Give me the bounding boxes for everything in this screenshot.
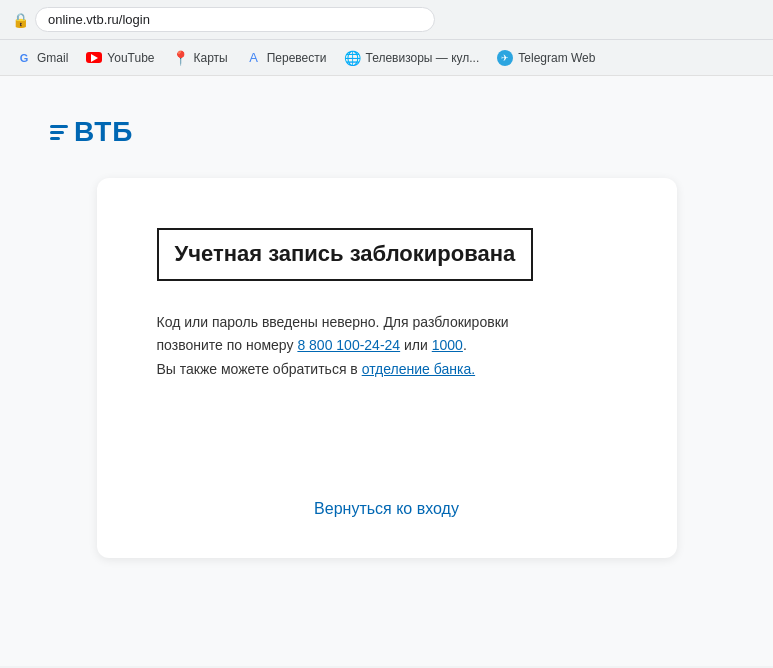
body-text-line3: Вы также можете обратиться в bbox=[157, 361, 362, 377]
vtb-logo-area: ВТБ bbox=[20, 96, 753, 168]
body-or: или bbox=[400, 337, 432, 353]
vtb-logo: ВТБ bbox=[50, 116, 133, 148]
gmail-favicon: G bbox=[16, 50, 32, 66]
body-text-line1: Код или пароль введены неверно. Для разб… bbox=[157, 314, 509, 330]
maps-pin-icon: 📍 bbox=[172, 50, 189, 66]
translate-favicon: A bbox=[246, 50, 262, 66]
back-link-area: Вернуться ко входу bbox=[157, 470, 617, 518]
branch-link[interactable]: отделение банка. bbox=[362, 361, 475, 377]
youtube-icon bbox=[86, 52, 102, 63]
phone1-link[interactable]: 8 800 100-24-24 bbox=[297, 337, 400, 353]
main-card: Учетная запись заблокирована Код или пар… bbox=[97, 178, 677, 558]
bookmark-telegram-label: Telegram Web bbox=[518, 51, 595, 65]
bookmark-tvs-label: Телевизоры — кул... bbox=[365, 51, 479, 65]
bookmark-tvs[interactable]: 🌐 Телевизоры — кул... bbox=[336, 46, 487, 70]
bookmark-translate[interactable]: A Перевести bbox=[238, 46, 335, 70]
card-body: Код или пароль введены неверно. Для разб… bbox=[157, 311, 617, 382]
vtb-stripe-icon bbox=[50, 125, 68, 140]
bookmark-gmail-label: Gmail bbox=[37, 51, 68, 65]
maps-favicon: 📍 bbox=[173, 50, 189, 66]
lock-icon: 🔒 bbox=[12, 12, 29, 28]
vtb-line-1 bbox=[50, 125, 68, 128]
body-text-line2: позвоните по номеру bbox=[157, 337, 298, 353]
bookmark-translate-label: Перевести bbox=[267, 51, 327, 65]
bookmark-youtube[interactable]: YouTube bbox=[78, 46, 162, 70]
url-field[interactable]: online.vtb.ru/login bbox=[35, 7, 435, 32]
vtb-logo-text: ВТБ bbox=[74, 116, 133, 148]
bookmarks-bar: G Gmail YouTube 📍 Карты A Перевес bbox=[0, 40, 773, 76]
bookmark-telegram[interactable]: ✈ Telegram Web bbox=[489, 46, 603, 70]
page-content: ВТБ Учетная запись заблокирована Код или… bbox=[0, 76, 773, 666]
phone2-link[interactable]: 1000 bbox=[432, 337, 463, 353]
card-title: Учетная запись заблокирована bbox=[157, 228, 534, 281]
card-top: Учетная запись заблокирована Код или пар… bbox=[157, 228, 617, 430]
translate-icon: A bbox=[249, 50, 258, 65]
bookmark-maps[interactable]: 📍 Карты bbox=[165, 46, 236, 70]
gmail-icon: G bbox=[20, 52, 29, 64]
globe-icon: 🌐 bbox=[344, 50, 361, 66]
telegram-favicon: ✈ bbox=[497, 50, 513, 66]
back-to-login-link[interactable]: Вернуться ко входу bbox=[314, 500, 459, 517]
vtb-line-3 bbox=[50, 137, 60, 140]
telegram-icon: ✈ bbox=[497, 50, 513, 66]
tvs-favicon: 🌐 bbox=[344, 50, 360, 66]
bookmark-youtube-label: YouTube bbox=[107, 51, 154, 65]
browser-chrome: 🔒 online.vtb.ru/login G Gmail YouTube 📍 bbox=[0, 0, 773, 76]
bookmark-gmail[interactable]: G Gmail bbox=[8, 46, 76, 70]
address-bar: 🔒 online.vtb.ru/login bbox=[0, 0, 773, 40]
youtube-favicon bbox=[86, 50, 102, 66]
vtb-line-2 bbox=[50, 131, 64, 134]
youtube-play-icon bbox=[91, 54, 98, 62]
bookmark-maps-label: Карты bbox=[194, 51, 228, 65]
